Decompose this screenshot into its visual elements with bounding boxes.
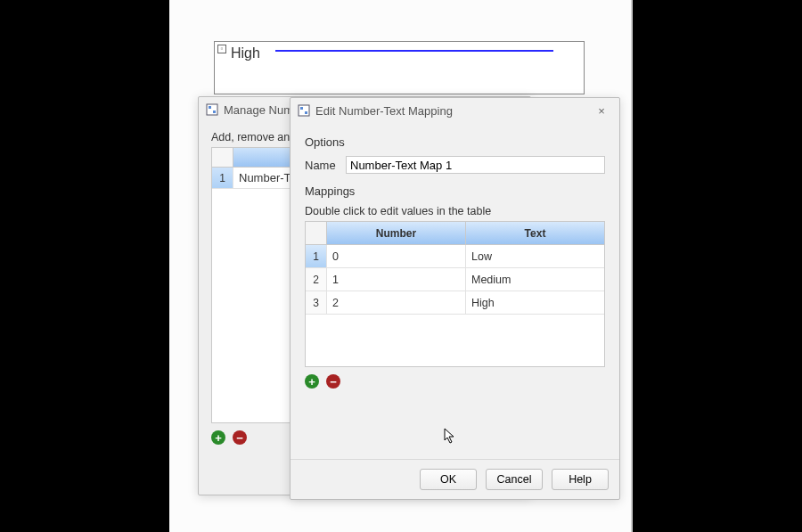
close-button[interactable]: × [591,102,612,119]
cell-number[interactable]: 0 [327,245,466,267]
svg-rect-3 [299,105,309,116]
mapping-icon [206,103,218,116]
row-index: 3 [306,291,327,314]
table-row[interactable]: 1 0 Low [306,245,604,268]
mapping-icon [298,104,310,117]
mappings-table[interactable]: Number Text 1 0 Low 2 1 Medium 3 2 High [305,221,605,367]
plus-icon: + [308,376,315,388]
svg-rect-4 [300,107,303,110]
mappings-hint: Double click to edit values in the table [305,205,605,217]
cursor-icon [444,428,456,446]
svg-rect-1 [209,106,211,109]
edit-dialog-titlebar[interactable]: Edit Number-Text Mapping × [291,98,619,123]
remove-mapping-button[interactable]: − [326,374,340,389]
cell-text[interactable]: Low [466,245,604,267]
add-button[interactable]: + [211,430,225,445]
plus-icon: + [215,432,222,444]
row-index: 1 [306,245,327,267]
help-button[interactable]: Help [552,469,609,490]
name-label: Name [305,159,339,172]
ok-button[interactable]: OK [420,469,477,490]
mappings-label: Mappings [305,184,605,198]
meter-value-label: High [231,45,260,61]
close-icon: × [598,104,605,118]
edit-dialog: Edit Number-Text Mapping × Options Name … [290,97,620,500]
cell-text[interactable]: Medium [466,268,604,291]
svg-rect-2 [213,110,216,113]
cell-number[interactable]: 2 [327,291,466,314]
add-mapping-button[interactable]: + [305,374,319,389]
options-label: Options [305,135,605,149]
mappings-table-header: Number Text [306,222,604,245]
cell-number[interactable]: 1 [327,268,466,291]
table-row[interactable]: 2 1 Medium [306,268,604,291]
col-text[interactable]: Text [466,222,604,244]
svg-rect-5 [305,111,307,114]
minus-icon: − [236,432,243,444]
row-index: 1 [212,168,233,188]
app-canvas: ▫ High Manage Number Add, remove and edi… [169,0,633,532]
cell-text[interactable]: High [466,291,604,314]
edit-dialog-title: Edit Number-Text Mapping [315,104,453,118]
dialog-buttons: OK Cancel Help [291,459,619,499]
name-input[interactable] [346,156,605,174]
col-number[interactable]: Number [327,222,466,244]
cancel-button[interactable]: Cancel [486,469,543,490]
meter-widget[interactable]: ▫ High [214,41,585,94]
meter-bar [275,50,553,52]
widget-handle[interactable]: ▫ [217,45,226,53]
table-row[interactable]: 3 2 High [306,291,604,315]
svg-rect-0 [207,104,217,115]
row-index: 2 [306,268,327,291]
remove-button[interactable]: − [233,430,247,445]
minus-icon: − [330,376,337,388]
